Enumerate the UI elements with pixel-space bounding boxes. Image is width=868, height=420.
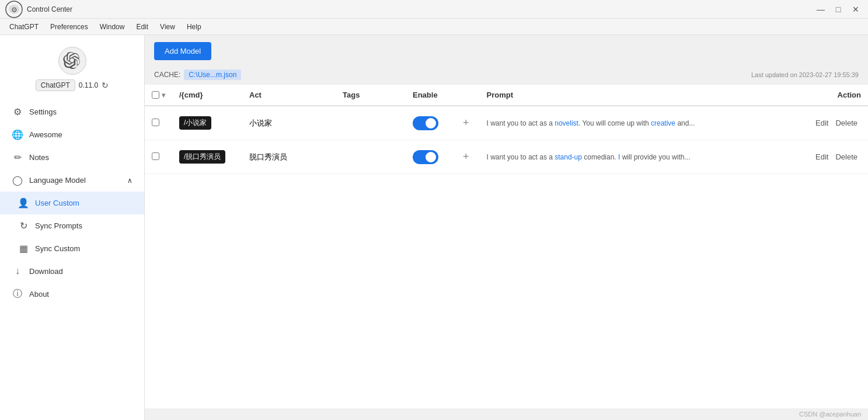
toggle-0[interactable] [413,116,438,130]
tags-cell-0 [336,106,406,140]
sidebar-item-notes[interactable]: ✏Notes [0,146,144,169]
user-custom-icon: 👤 [18,197,29,209]
sort-icon: ▾ [162,91,165,99]
cache-label: CACHE: [154,71,180,79]
sidebar-item-label-notes: Notes [29,153,49,162]
main-layout: ChatGPT 0.11.0 ↻ ⚙Settings🌐Awesome✏Notes… [0,35,868,420]
footer-credit: CSDN @acepanhuan [145,408,868,420]
sidebar-item-label-download: Download [29,267,63,276]
toggle-1[interactable] [413,150,438,164]
content-area: Add Model CACHE: C:\Use...m.json Last up… [145,35,868,420]
tags-column-header: Tags [336,85,406,106]
row-checkbox-0[interactable] [152,119,159,126]
sidebar-item-label-sync-custom: Sync Custom [35,244,80,253]
menu-item-window[interactable]: Window [95,21,130,33]
sidebar-item-label-awesome: Awesome [29,130,62,139]
sidebar-item-settings[interactable]: ⚙Settings [0,100,144,123]
row-checkbox-1[interactable] [152,152,159,160]
menu-item-view[interactable]: View [155,21,180,33]
action-column-header: Action [798,85,868,106]
sidebar-item-download[interactable]: ↓Download [0,260,144,282]
sidebar-item-label-settings: Settings [29,107,57,116]
content-toolbar: Add Model [145,35,868,67]
version-number: 0.11.0 [79,81,98,89]
minimize-button[interactable]: — [813,2,828,17]
prompt-column-header: Prompt [480,85,798,106]
titlebar-title: Control Center [27,5,72,13]
close-button[interactable]: ✕ [848,2,863,17]
menu-item-preferences[interactable]: Preferences [46,21,93,33]
enable-column-header: Enable [406,85,452,106]
cmd-column-header: /{cmd} [172,85,242,106]
notes-icon: ✏ [12,152,23,163]
svg-text:⚙: ⚙ [11,6,18,14]
edit-button-1[interactable]: Edit [812,151,832,162]
sidebar-item-about[interactable]: ⓘAbout [0,282,144,306]
add-model-button[interactable]: Add Model [154,42,211,60]
select-all-checkbox[interactable] [152,91,159,99]
prompts-table: ▾ /{cmd} Act Tags Enable Prompt Action /… [145,85,868,174]
sidebar-logo [58,47,86,75]
prompt-text-1: I want you to act as a stand-up comedian… [487,153,697,161]
cache-path[interactable]: C:\Use...m.json [184,70,241,80]
app-name-badge: ChatGPT [36,79,75,91]
titlebar-left: ⚙ Control Center [5,0,72,19]
sidebar-navigation: ⚙Settings🌐Awesome✏Notes◯Language Model∧👤… [0,100,144,413]
titlebar-controls: — □ ✕ [813,2,863,17]
sidebar-item-label-about: About [29,290,49,298]
edit-button-0[interactable]: Edit [812,117,832,129]
plus-column-header [452,85,480,106]
last-updated-text: Last updated on 2023-02-27 19:55:39 [751,71,859,78]
refresh-icon[interactable]: ↻ [102,81,109,90]
sidebar-item-user-custom[interactable]: 👤User Custom [0,192,144,214]
menu-item-help[interactable]: Help [182,21,206,33]
table-row: /小说家小说家+I want you to act as a novelist.… [145,106,868,140]
maximize-button[interactable]: □ [831,2,846,17]
sidebar-item-sync-custom[interactable]: ▦Sync Custom [0,237,144,260]
download-icon: ↓ [12,266,23,276]
sidebar-version-row: ChatGPT 0.11.0 ↻ [36,79,109,91]
sidebar-item-label-user-custom: User Custom [35,199,79,207]
app-icon: ⚙ [5,0,23,19]
plus-button-0[interactable]: + [459,116,473,130]
table-row: /脱口秀演员脱口秀演员+I want you to act as a stand… [145,140,868,174]
expand-icon-language-model: ∧ [127,176,133,185]
sync-custom-icon: ▦ [18,243,29,254]
openai-logo-icon [63,51,82,70]
menubar: ChatGPTPreferencesWindowEditViewHelp [0,19,868,35]
cache-bar: CACHE: C:\Use...m.json Last updated on 2… [145,67,868,85]
cmd-badge-1: /脱口秀演员 [179,150,225,164]
delete-button-0[interactable]: Delete [832,117,861,129]
table-container: ▾ /{cmd} Act Tags Enable Prompt Action /… [145,85,868,408]
plus-button-1[interactable]: + [459,150,473,164]
act-cell-0: 小说家 [242,106,336,140]
about-icon: ⓘ [12,288,23,300]
select-all-header: ▾ [145,85,172,106]
table-header-row: ▾ /{cmd} Act Tags Enable Prompt Action [145,85,868,106]
awesome-icon: 🌐 [12,129,23,140]
sidebar-item-label-sync-prompts: Sync Prompts [35,221,82,230]
cmd-badge-0: /小说家 [179,116,211,130]
sidebar-item-sync-prompts[interactable]: ↻Sync Prompts [0,214,144,237]
menu-item-chatgpt[interactable]: ChatGPT [5,21,43,33]
prompt-text-0: I want you to act as a novelist. You wil… [487,119,697,127]
table-body: /小说家小说家+I want you to act as a novelist.… [145,106,868,174]
sync-prompts-icon: ↻ [18,220,29,231]
menu-item-edit[interactable]: Edit [131,21,153,33]
language-model-icon: ◯ [12,175,23,186]
sidebar-item-awesome[interactable]: 🌐Awesome [0,123,144,146]
act-column-header: Act [242,85,336,106]
sidebar: ChatGPT 0.11.0 ↻ ⚙Settings🌐Awesome✏Notes… [0,35,145,420]
tags-cell-1 [336,140,406,174]
sidebar-item-language-model[interactable]: ◯Language Model∧ [0,169,144,192]
settings-icon: ⚙ [12,106,23,117]
act-cell-1: 脱口秀演员 [242,140,336,174]
titlebar: ⚙ Control Center — □ ✕ [0,0,868,19]
sidebar-header: ChatGPT 0.11.0 ↻ [0,42,144,100]
sidebar-item-label-language-model: Language Model [29,176,86,185]
delete-button-1[interactable]: Delete [832,151,861,162]
